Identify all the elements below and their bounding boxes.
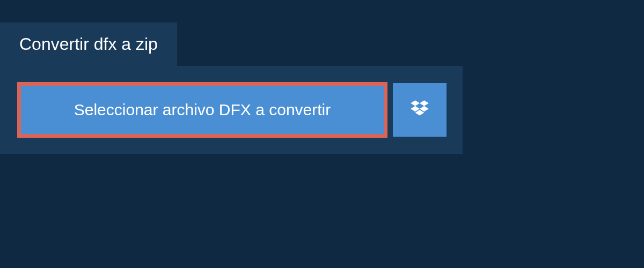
dropbox-icon (408, 98, 431, 122)
page-title: Convertir dfx a zip (0, 23, 177, 66)
select-file-label: Seleccionar archivo DFX a convertir (74, 101, 331, 118)
select-file-button[interactable]: Seleccionar archivo DFX a convertir (17, 82, 387, 138)
upload-panel: Seleccionar archivo DFX a convertir (0, 66, 463, 154)
page-title-text: Convertir dfx a zip (19, 34, 158, 54)
dropbox-button[interactable] (393, 83, 447, 137)
